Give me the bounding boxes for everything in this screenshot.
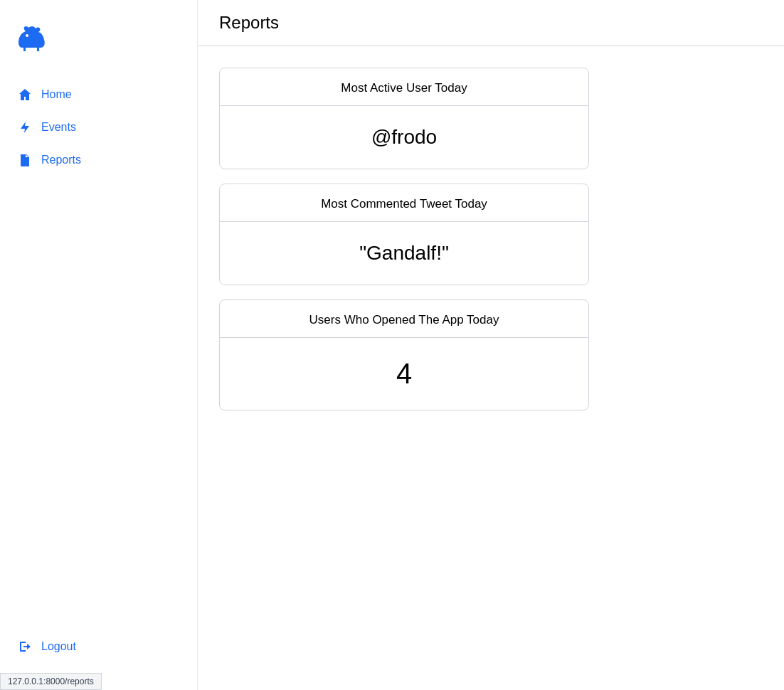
logo-area [0,14,197,80]
logout-icon [17,639,33,654]
home-icon [17,87,33,102]
main-content: Reports Most Active User Today @frodo Mo… [198,0,784,690]
sidebar-nav: Home Events Reports [0,80,197,632]
most-commented-tweet-card: Most Commented Tweet Today "Gandalf!" [219,184,589,285]
page-title: Reports [219,13,763,33]
most-commented-tweet-value: "Gandalf!" [220,222,588,285]
status-bar: 127.0.0.1:8000/reports [0,673,102,690]
page-header: Reports [198,0,784,46]
status-bar-url: 127.0.0.1:8000/reports [8,676,94,686]
content-area: Most Active User Today @frodo Most Comme… [198,46,784,432]
users-opened-app-title: Users Who Opened The App Today [220,300,588,338]
logout-section: Logout [0,632,197,676]
most-commented-tweet-title: Most Commented Tweet Today [220,184,588,222]
users-opened-app-card: Users Who Opened The App Today 4 [219,299,589,410]
logout-button[interactable]: Logout [7,632,190,662]
users-opened-app-value: 4 [220,338,588,410]
most-active-user-title: Most Active User Today [220,68,588,106]
document-icon [17,152,33,168]
bolt-icon [17,120,33,135]
most-active-user-value: @frodo [220,106,588,169]
app-logo-icon [14,21,48,55]
logout-label: Logout [41,640,76,653]
sidebar-item-home[interactable]: Home [7,80,190,110]
sidebar-item-reports[interactable]: Reports [7,145,190,175]
svg-point-0 [26,34,28,37]
sidebar: Home Events Reports [0,0,198,690]
sidebar-item-events-label: Events [41,121,76,134]
sidebar-item-reports-label: Reports [41,154,81,166]
most-active-user-card: Most Active User Today @frodo [219,68,589,169]
sidebar-item-events[interactable]: Events [7,112,190,142]
sidebar-item-home-label: Home [41,88,72,101]
